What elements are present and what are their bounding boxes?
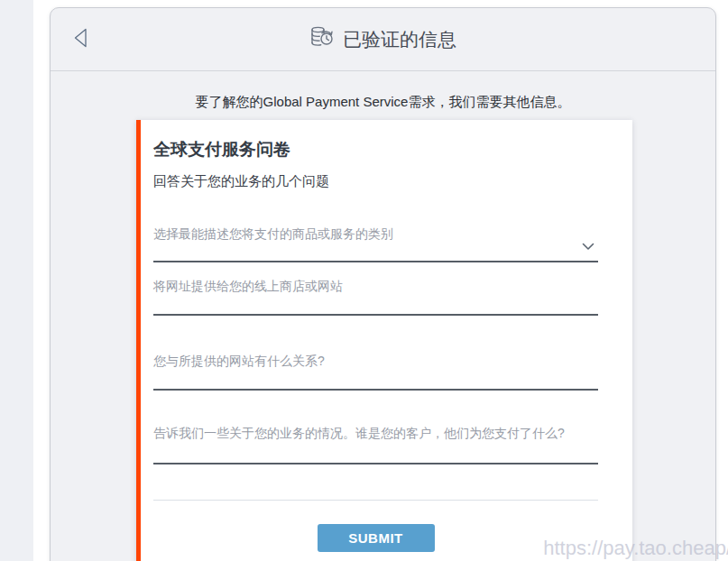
field-underline: [153, 441, 598, 464]
website-url-field[interactable]: 将网址提供给您的线上商店或网站: [153, 278, 598, 316]
field-underline: [153, 369, 598, 391]
divider: [153, 500, 598, 501]
field-underline: [153, 294, 598, 316]
field-label: 将网址提供给您的线上商店或网站: [153, 278, 598, 294]
intro-text: 要了解您的Global Payment Service需求，我们需要其他信息。: [51, 94, 715, 111]
chevron-down-icon: [582, 238, 594, 254]
field-label: 您与所提供的网站有什么关系?: [153, 353, 598, 369]
coins-clock-icon: [309, 24, 335, 54]
category-select-field[interactable]: 选择最能描述您将支付的商品或服务的类别: [153, 225, 598, 262]
page-title: 已验证的信息: [309, 24, 456, 54]
back-button[interactable]: [69, 26, 96, 53]
business-description-field[interactable]: 告诉我们一些关于您的业务的情况。谁是您的客户，他们为您支付了什么?: [153, 425, 598, 464]
page-title-text: 已验证的信息: [343, 27, 456, 52]
submit-button[interactable]: SUBMIT: [318, 524, 435, 552]
panel-header: 已验证的信息: [51, 8, 715, 71]
field-label: 告诉我们一些关于您的业务的情况。谁是您的客户，他们为您支付了什么?: [153, 425, 598, 441]
field-label: 选择最能描述您将支付的商品或服务的类别: [153, 225, 598, 242]
questionnaire-card: 全球支付服务问卷 回答关于您的业务的几个问题 选择最能描述您将支付的商品或服务的…: [136, 120, 632, 561]
field-underline: [153, 242, 598, 262]
form-title: 全球支付服务问卷: [153, 138, 598, 161]
triangle-left-icon: [71, 27, 93, 51]
website-relationship-field[interactable]: 您与所提供的网站有什么关系?: [153, 353, 598, 391]
form-subtitle: 回答关于您的业务的几个问题: [153, 173, 598, 190]
left-gutter-strip: [0, 0, 33, 561]
verification-panel: 已验证的信息 要了解您的Global Payment Service需求，我们需…: [50, 7, 716, 561]
